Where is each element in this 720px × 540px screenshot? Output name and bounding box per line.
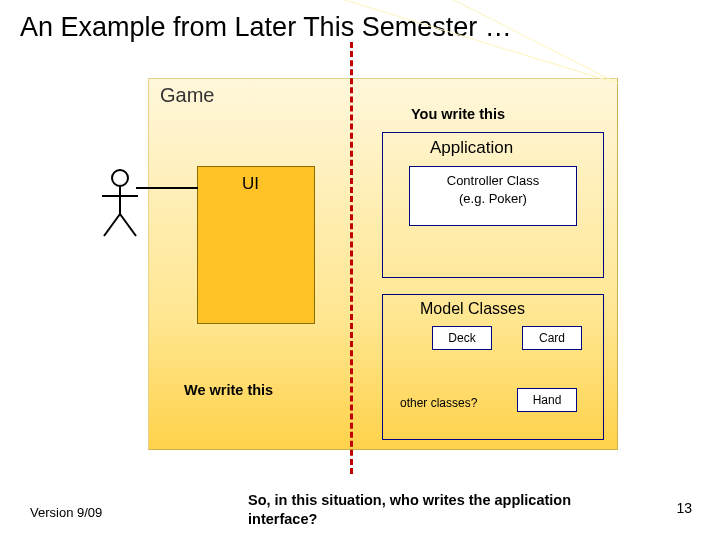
footer-version: Version 9/09 (30, 505, 102, 520)
svg-line-3 (104, 214, 120, 236)
game-label: Game (160, 84, 214, 107)
application-label: Application (430, 138, 513, 158)
model-classes-label: Model Classes (420, 300, 525, 318)
actor-icon (98, 168, 142, 238)
we-write-label: We write this (184, 382, 273, 398)
slide-title: An Example from Later This Semester … (0, 0, 720, 43)
ui-label: UI (242, 174, 259, 194)
diagram-canvas: Game You write this Application Controll… (0, 50, 720, 490)
controller-class-box: Controller Class (e.g. Poker) (409, 166, 577, 226)
deck-box: Deck (432, 326, 492, 350)
you-write-label: You write this (411, 106, 505, 122)
hand-box: Hand (517, 388, 577, 412)
divider-dashed-line (350, 42, 353, 474)
card-box: Card (522, 326, 582, 350)
footer-question: So, in this situation, who writes the ap… (248, 491, 588, 529)
svg-line-4 (120, 214, 136, 236)
svg-point-0 (112, 170, 128, 186)
controller-line2: (e.g. Poker) (459, 191, 527, 206)
other-classes-label: other classes? (400, 396, 477, 410)
controller-line1: Controller Class (447, 173, 539, 188)
actor-connector-line (136, 187, 198, 189)
slide-number: 13 (676, 500, 692, 516)
